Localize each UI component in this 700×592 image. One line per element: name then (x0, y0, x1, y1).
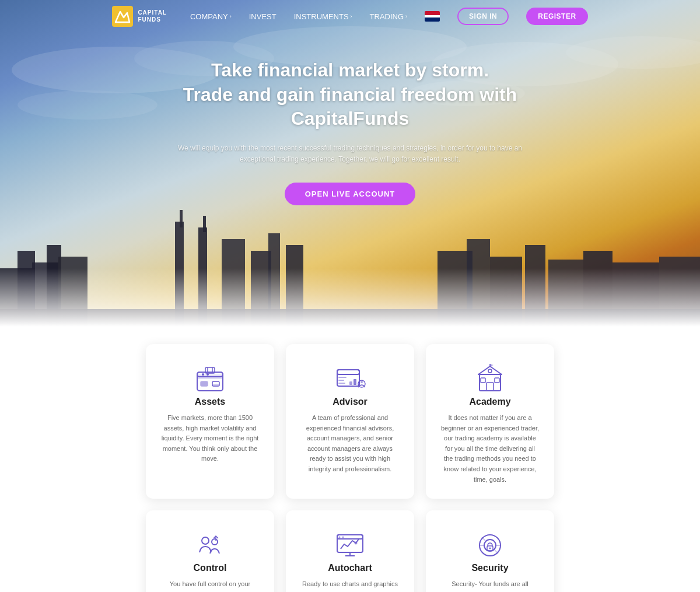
navbar: CAPITAL FUNDS COMPANY › INVEST INSTRUMEN… (0, 0, 700, 33)
hero-title: Take financial market by storm. Trade an… (131, 58, 569, 131)
advisor-card-desc: A team of professional and experienced f… (300, 413, 400, 475)
svg-rect-48 (349, 381, 352, 385)
svg-rect-18 (203, 216, 206, 232)
academy-icon (473, 362, 508, 397)
nav-trading[interactable]: TRADING › (370, 12, 408, 21)
chevron-icon: › (351, 13, 352, 19)
svg-point-66 (339, 537, 341, 538)
svg-point-63 (212, 539, 218, 545)
academy-card-title: Academy (469, 397, 510, 407)
cards-row-1: Assets Five markets, more than 1500 asse… (23, 344, 677, 499)
autochart-card-desc: Ready to use charts and graphics for all… (300, 579, 400, 592)
academy-card-desc: It does not matter if you are a beginner… (440, 413, 540, 485)
svg-rect-55 (481, 378, 485, 383)
svg-point-74 (489, 548, 491, 549)
svg-rect-47 (338, 383, 345, 384)
nav-invest[interactable]: INVEST (249, 12, 276, 21)
svg-marker-59 (490, 364, 494, 366)
card-control: Control You have full control on your tr… (146, 510, 274, 592)
svg-point-51 (360, 381, 363, 383)
card-advisor: Advisor A team of professional and exper… (286, 344, 414, 499)
svg-rect-39 (212, 384, 219, 386)
hero-subtitle: We will equip you with the most recent s… (175, 143, 525, 165)
logo[interactable]: CAPITAL FUNDS (112, 6, 167, 27)
control-card-desc: You have full control on your trading ac… (160, 579, 260, 592)
svg-point-62 (202, 537, 209, 544)
assets-icon (192, 362, 228, 397)
chevron-icon: › (230, 13, 232, 19)
nav-instruments[interactable]: INSTRUMENTS › (294, 12, 352, 21)
svg-rect-54 (487, 383, 494, 391)
svg-rect-16 (180, 210, 183, 227)
brand-name: CAPITAL FUNDS (138, 9, 167, 23)
register-button[interactable]: REGISTER (526, 8, 587, 25)
security-card-title: Security (471, 563, 508, 573)
language-flag[interactable] (425, 11, 440, 22)
security-icon (473, 528, 508, 563)
svg-point-35 (202, 373, 204, 376)
svg-point-57 (488, 369, 492, 373)
security-card-desc: Security- Your funds are all protected i… (440, 579, 540, 592)
assets-card-desc: Five markets, more than 1500 assets, hig… (160, 413, 260, 464)
svg-point-70 (355, 542, 358, 545)
svg-rect-46 (338, 380, 344, 381)
hero-fade (0, 268, 700, 327)
svg-point-72 (484, 540, 496, 551)
signin-button[interactable]: SIGN IN (457, 8, 509, 25)
svg-rect-44 (337, 370, 359, 374)
svg-marker-53 (478, 366, 502, 374)
svg-point-67 (342, 537, 344, 538)
card-security: Security Security- Your funds are all pr… (426, 510, 554, 592)
control-card-title: Control (194, 563, 227, 573)
hero-section: Take financial market by storm. Trade an… (0, 0, 700, 327)
chevron-icon: › (405, 13, 407, 19)
card-assets: Assets Five markets, more than 1500 asse… (146, 344, 274, 499)
svg-rect-37 (201, 381, 208, 386)
open-account-button[interactable]: OPEN LIVE ACCOUNT (285, 183, 415, 205)
advisor-icon (332, 362, 368, 397)
card-autochart: Autochart Ready to use charts and graphi… (286, 510, 414, 592)
cards-row-2: Control You have full control on your tr… (23, 510, 677, 592)
svg-rect-49 (354, 379, 356, 385)
control-icon (192, 528, 228, 563)
assets-card-title: Assets (195, 397, 225, 407)
nav-company[interactable]: COMPANY › (190, 12, 232, 21)
svg-rect-56 (495, 378, 499, 383)
features-section: Assets Five markets, more than 1500 asse… (0, 327, 700, 592)
advisor-card-title: Advisor (332, 397, 368, 407)
autochart-card-title: Autochart (328, 563, 372, 573)
svg-rect-45 (338, 377, 346, 378)
autochart-icon (332, 528, 368, 563)
card-academy: Academy It does not matter if you are a … (426, 344, 554, 499)
